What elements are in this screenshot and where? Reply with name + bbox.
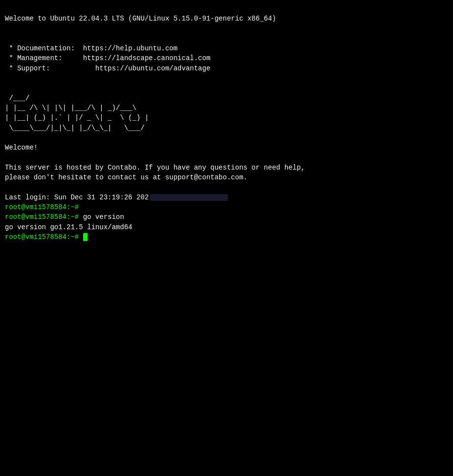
mgmt-line: * Management: https://landscape.canonica… <box>5 54 210 62</box>
prompt-line3: root@vmi1578584:~# <box>5 233 79 241</box>
redacted-date: redacted <box>150 194 228 201</box>
go-version-output: go version go1.21.5 linux/amd64 <box>5 223 132 231</box>
last-login-line: Last login: Sun Dec 31 23:19:26 202redac… <box>5 194 228 201</box>
prompt-line1: root@vmi1578584:~# <box>5 203 79 211</box>
prompt-line2-with-cmd: root@vmi1578584:~# go version <box>5 213 124 221</box>
ascii-art: /___/ | |__ /\ \| |\| |___/\ | _)/___\ |… <box>5 94 149 132</box>
terminal-cursor <box>83 233 88 241</box>
support-line: * Support: https://ubuntu.com/advantage <box>5 65 210 72</box>
welcome-msg: Welcome! <box>5 144 38 151</box>
welcome-line: Welcome to Ubuntu 22.04.3 LTS (GNU/Linux… <box>5 15 276 22</box>
terminal-window[interactable]: Welcome to Ubuntu 22.04.3 LTS (GNU/Linux… <box>0 0 453 476</box>
doc-line: * Documentation: https://help.ubuntu.com <box>5 44 178 52</box>
contabo-line2: please don't hesitate to contact us at s… <box>5 173 248 181</box>
contabo-line1: This server is hosted by Contabo. If you… <box>5 164 305 172</box>
